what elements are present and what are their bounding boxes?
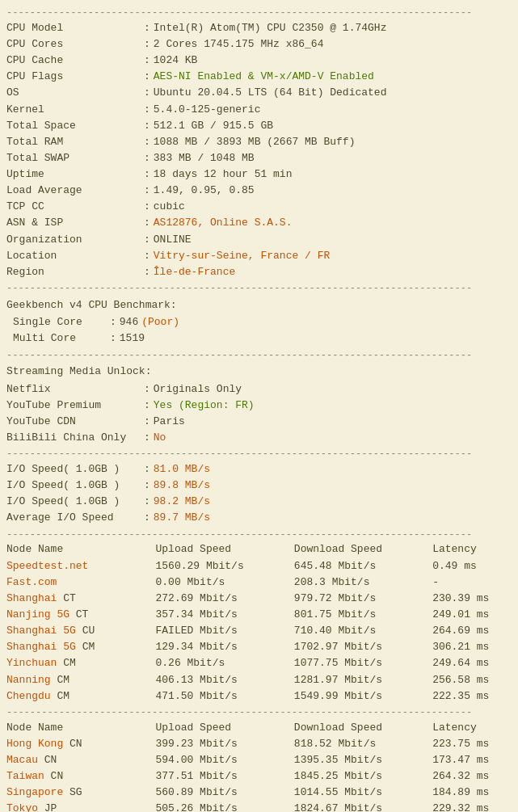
node-name-cell-1-7: Nanning CM xyxy=(6,672,156,688)
download-cell-2-4: 1824.67 Mbit/s xyxy=(294,801,432,812)
io-row-2: I/O Speed( 1.0GB ) : 98.2 MB/s xyxy=(6,494,512,510)
tcp-cc-row: TCP CC : cubic xyxy=(6,199,512,215)
upload-cell-2-3: 560.89 Mbit/s xyxy=(156,785,294,801)
location-value: Vitry-sur-Seine, France / FR xyxy=(154,248,330,264)
io-value-1: 89.8 MB/s xyxy=(154,478,210,494)
youtube-premium-label: YouTube Premium xyxy=(6,398,144,414)
node-name-2-4: Tokyo xyxy=(6,802,38,812)
th-download-1: Download Speed xyxy=(294,541,432,557)
total-swap-value: 383 MB / 1048 MB xyxy=(154,150,255,166)
upload-cell-1-8: 471.50 Mbit/s xyxy=(156,688,294,705)
multi-core-label: Multi Core xyxy=(13,330,110,347)
load-average-value: 1.49, 0.95, 0.85 xyxy=(154,183,255,199)
streaming-title: Streaming Media Unlock: xyxy=(6,362,512,381)
node-name-cell-2-1: Macau CN xyxy=(6,752,156,768)
region-row: Region : Île-de-France xyxy=(6,264,512,280)
os-label: OS xyxy=(6,85,144,101)
node-name-cell-1-3: Nanjing 5G CT xyxy=(6,607,156,623)
io-value-0: 81.0 MB/s xyxy=(154,461,210,478)
cpu-cores-row: CPU Cores : 2 Cores 1745.175 MHz x86_64 xyxy=(6,36,512,53)
latency-cell-1-2: 230.39 ms xyxy=(432,591,512,607)
cpu-cache-value: 1024 KB xyxy=(154,53,198,69)
geekbench-section: Geekbench v4 CPU Benchmark: Single Core … xyxy=(6,296,512,347)
uptime-value: 18 days 12 hour 51 min xyxy=(154,166,293,183)
cpu-model-label: CPU Model xyxy=(6,20,144,36)
node-name-cell-1-0: Speedtest.net xyxy=(6,558,156,574)
latency-cell-1-8: 222.35 ms xyxy=(432,688,512,705)
io-label-0: I/O Speed( 1.0GB ) xyxy=(6,461,144,478)
node-name-cell-2-2: Taiwan CN xyxy=(6,768,156,785)
node-name-cell-2-3: Singapore SG xyxy=(6,785,156,801)
total-swap-row: Total SWAP : 383 MB / 1048 MB xyxy=(6,150,512,166)
speed-table2-header: Node Name Upload Speed Download Speed La… xyxy=(6,720,512,736)
th-node-name-2: Node Name xyxy=(6,720,156,736)
location-label: Location xyxy=(6,248,144,264)
download-cell-2-2: 1845.25 Mbit/s xyxy=(294,768,432,785)
uptime-label: Uptime xyxy=(6,166,144,183)
top-divider: ----------------------------------------… xyxy=(6,6,512,20)
latency-cell-2-4: 229.32 ms xyxy=(432,801,512,812)
speed-table1-row-7: Nanning CM406.13 Mbit/s1281.97 Mbit/s256… xyxy=(6,672,512,688)
download-cell-1-5: 1702.97 Mbit/s xyxy=(294,639,432,655)
th-node-name-1: Node Name xyxy=(6,541,156,557)
speed-table2-section: Node Name Upload Speed Download Speed La… xyxy=(6,720,512,812)
youtube-premium-value: Yes (Region: FR) xyxy=(154,398,255,414)
divider-3: ----------------------------------------… xyxy=(6,349,512,363)
node-name-cell-1-5: Shanghai 5G CM xyxy=(6,639,156,655)
system-info-section: CPU Model : Intel(R) Atom(TM) CPU C2350 … xyxy=(6,20,512,280)
node-tag-7: CM xyxy=(51,674,69,686)
region-label: Region xyxy=(6,264,144,280)
netflix-label: Netflix xyxy=(6,381,144,398)
upload-cell-1-5: 129.34 Mbit/s xyxy=(156,639,294,655)
node-name-cell-1-4: Shanghai 5G CU xyxy=(6,623,156,639)
download-cell-1-8: 1549.99 Mbit/s xyxy=(294,688,432,705)
io-value-2: 98.2 MB/s xyxy=(154,494,210,510)
latency-cell-1-7: 256.58 ms xyxy=(432,672,512,688)
total-space-row: Total Space : 512.1 GB / 915.5 GB xyxy=(6,118,512,134)
upload-cell-2-1: 594.00 Mbit/s xyxy=(156,752,294,768)
node-name-4: Shanghai 5G xyxy=(6,625,76,637)
latency-cell-2-0: 223.75 ms xyxy=(432,736,512,752)
download-cell-2-1: 1395.35 Mbit/s xyxy=(294,752,432,768)
node-tag-2-2: CN xyxy=(44,770,63,782)
node-name-cell-2-4: Tokyo JP xyxy=(6,801,156,812)
node-name-3: Nanjing 5G xyxy=(6,608,69,621)
divider-4: ----------------------------------------… xyxy=(6,448,512,461)
node-name-cell-1-8: Chengdu CM xyxy=(6,688,156,705)
upload-cell-2-0: 399.23 Mbit/s xyxy=(156,736,294,752)
upload-cell-1-2: 272.69 Mbit/s xyxy=(156,591,294,607)
io-label-avg: Average I/O Speed xyxy=(6,510,144,526)
latency-cell-1-4: 264.69 ms xyxy=(432,623,512,639)
node-name-cell-1-2: Shanghai CT xyxy=(6,591,156,607)
download-cell-1-0: 645.48 Mbit/s xyxy=(294,558,432,574)
io-label-2: I/O Speed( 1.0GB ) xyxy=(6,494,144,510)
total-ram-label: Total RAM xyxy=(6,134,144,150)
location-row: Location : Vitry-sur-Seine, France / FR xyxy=(6,248,512,264)
youtube-cdn-row: YouTube CDN : Paris xyxy=(6,414,512,430)
cpu-flags-value: AES-NI Enabled & VM-x/AMD-V Enabled xyxy=(154,69,374,85)
netflix-value: Originals Only xyxy=(154,381,242,398)
os-value: Ubuntu 20.04.5 LTS (64 Bit) Dedicated xyxy=(154,85,387,101)
asn-isp-label: ASN & ISP xyxy=(6,215,144,231)
cpu-cores-value: 2 Cores 1745.175 MHz x86_64 xyxy=(154,36,324,53)
node-name-2-3: Singapore xyxy=(6,786,63,798)
cpu-flags-row: CPU Flags : AES-NI Enabled & VM-x/AMD-V … xyxy=(6,69,512,85)
th-upload-1: Upload Speed xyxy=(156,541,294,557)
latency-cell-2-2: 264.32 ms xyxy=(432,768,512,785)
speed-table1-row-0: Speedtest.net1560.29 Mbit/s645.48 Mbit/s… xyxy=(6,558,512,574)
tcp-cc-label: TCP CC xyxy=(6,199,144,215)
upload-cell-1-1: 0.00 Mbit/s xyxy=(156,574,294,591)
bilibili-label: BiliBili China Only xyxy=(6,430,144,446)
cpu-cache-row: CPU Cache : 1024 KB xyxy=(6,53,512,69)
node-tag-2-4: JP xyxy=(38,802,57,812)
th-download-2: Download Speed xyxy=(294,720,432,736)
io-speed-section: I/O Speed( 1.0GB ) : 81.0 MB/s I/O Speed… xyxy=(6,461,512,527)
single-core-rating: (Poor) xyxy=(141,314,179,330)
node-name-cell-1-1: Fast.com xyxy=(6,574,156,591)
node-name-2-0: Hong Kong xyxy=(6,738,63,750)
latency-cell-2-1: 173.47 ms xyxy=(432,752,512,768)
main-container: ----------------------------------------… xyxy=(6,6,512,812)
latency-cell-1-1: - xyxy=(432,574,512,591)
speed-table1-row-4: Shanghai 5G CUFAILED Mbit/s710.40 Mbit/s… xyxy=(6,623,512,639)
download-cell-2-3: 1014.55 Mbit/s xyxy=(294,785,432,801)
